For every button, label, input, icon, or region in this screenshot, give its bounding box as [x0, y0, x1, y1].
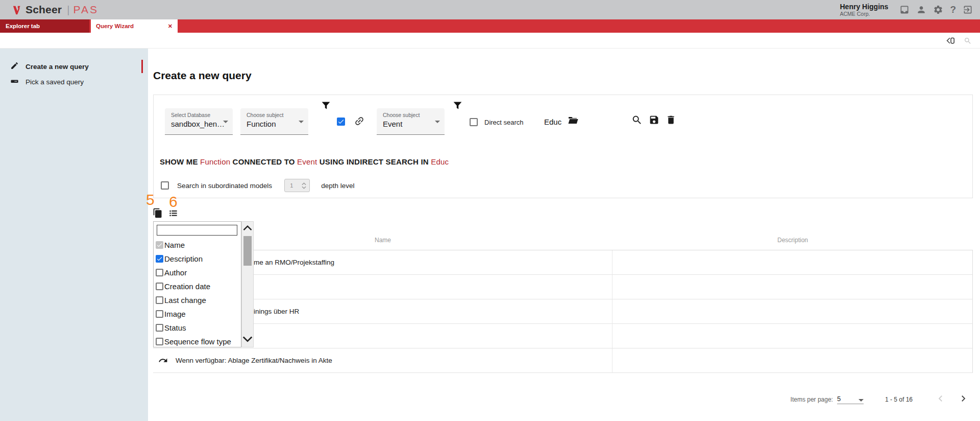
- user-icon[interactable]: [916, 5, 926, 15]
- tab-explorer-label: Explorer tab: [6, 23, 40, 29]
- sentence-segment: Event: [295, 157, 317, 166]
- settings-gear-icon[interactable]: [933, 5, 943, 15]
- items-per-page-select[interactable]: 5: [837, 395, 864, 404]
- items-per-page-value: 5: [837, 395, 841, 403]
- cell-description: [612, 348, 973, 372]
- annotation-5: 5: [146, 191, 155, 208]
- delete-query-icon[interactable]: [666, 114, 676, 127]
- tab-query-wizard[interactable]: Query Wizard ✕: [91, 19, 178, 33]
- scroll-up-icon[interactable]: [242, 224, 253, 234]
- column-option[interactable]: Image: [156, 307, 240, 321]
- column-options: NameDescriptionAuthorCreation dateLast c…: [156, 238, 240, 348]
- checkbox-unchecked: [156, 283, 163, 290]
- checkbox-unchecked: [156, 269, 163, 276]
- column-option-label: Sequence flow type: [164, 337, 231, 346]
- sidebar-item-label: Create a new query: [26, 63, 89, 71]
- sentence-segment: USING INDIRECT SEARCH IN: [317, 157, 428, 166]
- direct-search-checkbox[interactable]: Direct search: [470, 118, 524, 126]
- drive-icon: [10, 77, 19, 87]
- sidebar-item-label: Pick a saved query: [26, 78, 84, 86]
- save-query-icon[interactable]: [649, 114, 659, 127]
- table-header-row: Name Description: [153, 230, 973, 250]
- checkbox-unchecked: [470, 118, 478, 126]
- table-row[interactable]: me an RMO/Projekstaffing: [153, 250, 973, 275]
- choose-subject-2-value: Event: [383, 120, 432, 128]
- depth-level-stepper[interactable]: 1: [284, 179, 310, 192]
- column-header-description[interactable]: Description: [612, 230, 973, 250]
- brand-divider: |: [67, 4, 69, 16]
- paginator: Items per page: 5 1 - 5 of 16: [153, 389, 968, 410]
- column-filter-input[interactable]: [157, 225, 237, 236]
- chevron-down-icon: [299, 121, 304, 123]
- secondary-toolbar: [0, 33, 980, 49]
- sentence-segment: Educ: [429, 157, 449, 166]
- depth-level-label: depth level: [321, 182, 354, 190]
- sentence-segment: CONNECTED TO: [230, 157, 295, 166]
- tab-bar: Explorer tab Query Wizard ✕: [0, 19, 980, 33]
- sidebar-item-saved-query[interactable]: Pick a saved query: [0, 74, 148, 89]
- column-option[interactable]: Description: [156, 252, 240, 266]
- query-wizard-app: Scheer | PAS Henry Higgins ACME Corp. ? …: [0, 0, 980, 421]
- close-icon[interactable]: ✕: [168, 23, 173, 30]
- choose-subject-1-label: Choose subject: [247, 112, 296, 118]
- cell-description: [612, 324, 973, 348]
- sidebar-item-create-query[interactable]: Create a new query: [0, 59, 148, 74]
- scroll-down-icon[interactable]: [242, 335, 253, 346]
- results-table: Name Description me an RMO/Projekstaffin…: [153, 230, 973, 373]
- next-page-icon[interactable]: [959, 394, 968, 405]
- column-option[interactable]: Status: [156, 321, 240, 335]
- stepper-arrows[interactable]: [302, 182, 306, 189]
- sidebar: Create a new query Pick a saved query: [0, 49, 148, 421]
- table-row[interactable]: [153, 275, 973, 299]
- column-option[interactable]: Last change: [156, 293, 240, 307]
- user-info: Henry Higgins ACME Corp.: [840, 3, 888, 17]
- choose-subject-2-dropdown[interactable]: Choose subject Event: [377, 108, 445, 135]
- forward-arrow-icon: [158, 356, 168, 365]
- table-row[interactable]: Wenn verfügbar: Ablage Zertifikat/Nachwe…: [153, 348, 973, 373]
- brand-product: PAS: [73, 4, 98, 16]
- app-header: Scheer | PAS Henry Higgins ACME Corp. ?: [0, 0, 980, 19]
- connection-checkbox[interactable]: [337, 118, 345, 126]
- selection-indicator: [141, 60, 143, 73]
- cell-name-text: me an RMO/Projekstaffing: [254, 259, 334, 266]
- inbox-icon[interactable]: [899, 5, 910, 15]
- column-option-label: Creation date: [164, 282, 210, 291]
- collapse-panel-icon[interactable]: [946, 35, 957, 48]
- group-value: Educ: [544, 118, 561, 126]
- checkbox-unchecked: [156, 296, 163, 304]
- filter-funnel-icon[interactable]: [452, 100, 463, 113]
- column-option[interactable]: Author: [156, 266, 240, 279]
- depth-level-value: 1: [290, 182, 293, 189]
- table-row[interactable]: [153, 324, 973, 348]
- link-icon[interactable]: [354, 115, 365, 129]
- column-option-label: Description: [164, 254, 203, 263]
- scheer-logo-icon: [12, 4, 23, 15]
- column-option[interactable]: Sequence flow type: [156, 335, 240, 348]
- query-builder-card: Select Database sandbox_hen… Choose subj…: [153, 95, 973, 198]
- select-database-dropdown[interactable]: Select Database sandbox_hen…: [165, 108, 233, 135]
- logout-icon[interactable]: [963, 5, 973, 15]
- table-row[interactable]: inings über HR: [153, 299, 973, 324]
- previous-page-icon[interactable]: [936, 394, 945, 405]
- column-option[interactable]: Creation date: [156, 279, 240, 293]
- run-search-icon[interactable]: [631, 114, 643, 128]
- copy-icon[interactable]: [153, 208, 163, 220]
- tab-query-wizard-label: Query Wizard: [96, 23, 134, 29]
- column-option-label: Author: [164, 268, 187, 277]
- search-icon[interactable]: [964, 37, 972, 47]
- page-title: Create a new query: [153, 69, 252, 82]
- scrollbar-thumb[interactable]: [243, 236, 252, 266]
- help-icon[interactable]: ?: [950, 5, 956, 15]
- chooser-scrollbar[interactable]: [241, 221, 254, 347]
- query-sentence: SHOW ME Function CONNECTED TO Event USIN…: [160, 157, 449, 166]
- folder-open-icon[interactable]: [567, 114, 579, 129]
- subordinated-checkbox[interactable]: [161, 181, 169, 190]
- column-option[interactable]: Name: [156, 238, 240, 252]
- cell-description: [612, 299, 973, 323]
- choose-subject-1-dropdown[interactable]: Choose subject Function: [240, 108, 308, 135]
- tab-explorer[interactable]: Explorer tab: [0, 19, 89, 33]
- sentence-segment: Function: [198, 157, 231, 166]
- filter-funnel-icon[interactable]: [321, 100, 331, 113]
- column-chooser-panel: NameDescriptionAuthorCreation dateLast c…: [153, 221, 241, 347]
- checkbox-checked: [156, 255, 163, 263]
